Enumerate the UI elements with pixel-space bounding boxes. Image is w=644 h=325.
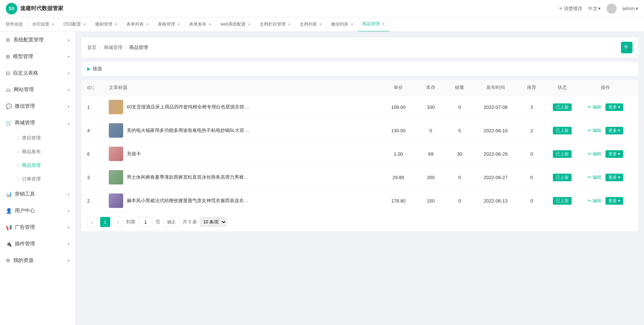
sidebar-item-ad-mgmt[interactable]: 📢 广告管理 ▾ [0,219,75,236]
clear-cache-icon: ≡ [559,6,562,11]
cell-status: 已上架 [546,127,578,134]
sidebar-item-system-config[interactable]: ⚙ 系统配置管理 ▾ [0,32,75,48]
sidebar-item-model-mgmt[interactable]: ⊞ 模型管理 ▾ [0,48,75,65]
breadcrumb-shop[interactable]: 商城管理 [104,44,122,51]
table-icon: ⊟ [6,70,10,76]
sidebar-item-user-center[interactable]: 👤 用户中心 ▾ [0,202,75,219]
tab-oss[interactable]: OSS配置✕ [59,17,91,32]
edit-button[interactable]: ✏ 编辑 [588,128,601,134]
more-button[interactable]: 更多 ▾ [605,197,623,205]
user-icon: 👤 [6,208,12,214]
sidebar-label: 用户中心 [15,208,35,214]
cell-title: 美的电火锅家用多功能多用途电奄电热不粘电炒锅5L大容量加深智能断电DY... [109,123,380,138]
search-button[interactable]: 🔍 [621,42,632,53]
tab-form-publish[interactable]: 表单发布✕ [185,17,216,32]
tab-label: 文档列表 [300,21,317,27]
clear-cache-button[interactable]: ≡ 清楚缓存 [559,5,582,12]
tab-form-list[interactable]: 表单列表✕ [122,17,153,32]
col-id-label: ID [87,85,92,90]
page-1-button[interactable]: 1 [100,217,110,227]
product-thumbnail [109,100,123,114]
tab-close-icon[interactable]: ✕ [209,22,211,26]
product-name: 美的电火锅家用多功能多用途电奄电热不粘电炒锅5L大容量加深智能断电DY... [127,127,249,134]
more-button[interactable]: 更多 ▾ [605,174,623,181]
product-name: 60支贡缎酒店床上用品四件套纯棉全棉专用白色星级宾馆床单被套4 [127,104,249,110]
tab-close-icon[interactable]: ✕ [83,22,86,26]
sidebar-item-order-mgmt[interactable]: 订单管理 [12,172,75,186]
tab-doc-list[interactable]: 文档列表✕ [295,17,327,32]
tab-close-icon[interactable]: ✕ [146,22,149,26]
edit-button[interactable]: ✏ 编辑 [588,198,601,204]
tab-wechat-list[interactable]: 微信列表✕ [327,17,358,32]
edit-button[interactable]: ✏ 编辑 [588,174,601,181]
tab-web-config[interactable]: web系统配置✕ [216,17,255,32]
tab-close-icon[interactable]: ✕ [115,22,117,26]
tab-doc-category[interactable]: 文档栏目管理✕ [255,17,295,32]
tab-product-mgmt[interactable]: 商品管理✕ [358,17,389,32]
lang-arrow-icon: ▾ [598,6,601,11]
tab-close-icon[interactable]: ✕ [350,22,353,26]
sidebar-item-shop-mgmt[interactable]: 🛒 商城管理 ▴ [0,115,75,131]
tab-close-icon[interactable]: ✕ [288,22,291,26]
tab-software-info[interactable]: 软件信息 [1,17,28,32]
cell-recommend: 2 [517,128,546,133]
product-thumbnail [109,147,123,161]
more-button[interactable]: 更多 ▾ [605,103,623,111]
language-button[interactable]: 中文 ▾ [588,5,601,12]
more-button[interactable]: 更多 ▾ [605,127,623,134]
next-page-button[interactable]: › [113,217,123,227]
breadcrumb-home[interactable]: 首页 [87,44,97,51]
user-arrow-icon: ▾ [636,6,638,11]
cell-title: 赫本风小黑裙法式桔梗收腰显瘦气质女神范衣服西装连衣裙子女春秋 [109,193,380,208]
tab-watermark[interactable]: 水印设置✕ [28,17,59,32]
page-input[interactable] [138,217,153,227]
edit-button[interactable]: ✏ 编辑 [588,151,601,157]
sidebar-label: 自定义表格 [13,70,38,76]
sidebar-sub-label: 订单管理 [22,176,41,182]
cell-id: 4 [87,128,109,133]
status-badge: 已上架 [553,197,572,205]
sidebar-item-website-mgmt[interactable]: 🗂 网站管理 ▾ [0,81,75,98]
status-badge: 已上架 [553,103,572,111]
sidebar-item-product-publish[interactable]: 商品发布 [12,145,75,159]
tab-close-icon[interactable]: ✕ [382,22,385,26]
cell-stock: 100 [416,104,445,110]
per-page-select[interactable]: 10 条/页 20 条/页 50 条/页 [200,217,227,227]
sidebar-item-wechat-mgmt[interactable]: 💬 微信管理 ▾ [0,98,75,115]
page-unit-label: 页 [156,219,160,225]
tab-table-mgmt[interactable]: 表格管理✕ [153,17,185,32]
user-menu-button[interactable]: admin ▾ [622,6,638,11]
sidebar-item-product-mgmt[interactable]: 商品管理 [12,159,75,172]
sidebar-item-my-resources[interactable]: ⚙ 我的资源 ▾ [0,252,75,269]
sidebar-item-custom-table[interactable]: ⊟ 自定义表格 ▾ [0,65,75,81]
chevron-down-icon: ▾ [68,209,70,213]
tab-rules[interactable]: 规则管理✕ [91,17,122,32]
header-left: SS 速建时代数据管家 [6,3,63,14]
page-confirm-button[interactable]: 确定 [163,217,180,227]
breadcrumb-sep: / [125,45,127,50]
chevron-down-icon: ▾ [68,192,70,196]
col-sales: 销量 [445,84,474,91]
cell-stock: 200 [416,175,445,180]
sidebar-item-plugin[interactable]: 🔌 插件管理 ▾ [0,236,75,252]
sidebar-label: 我的资源 [13,257,33,264]
more-button[interactable]: 更多 ▾ [605,150,623,158]
filter-toggle-button[interactable]: ▶ 筛选 [87,66,632,72]
tab-close-icon[interactable]: ✕ [52,22,54,26]
sort-icon[interactable]: ▲▼ [92,84,95,91]
sidebar-item-marketing[interactable]: 📊 营销工具 ▾ [0,186,75,202]
cell-sales: 0 [445,175,474,180]
prev-page-button[interactable]: ‹ [87,217,97,227]
cell-recommend: 0 [517,175,546,180]
sidebar-label: 微信管理 [15,103,35,110]
tab-close-icon[interactable]: ✕ [177,22,180,26]
breadcrumb-sep: / [99,45,101,50]
cell-actions: ✏ 编辑 更多 ▾ [578,174,632,181]
filter-label: 筛选 [93,66,102,72]
sidebar-item-category[interactable]: 类目管理 [12,131,75,145]
edit-button[interactable]: ✏ 编辑 [588,104,601,110]
tab-close-icon[interactable]: ✕ [248,22,251,26]
sidebar: ⚙ 系统配置管理 ▾ ⊞ 模型管理 ▾ ⊟ 自定义表格 ▾ 🗂 网站管理 ▾ [0,32,76,325]
cell-publish-time: 2022-06-27 [474,175,517,180]
tab-close-icon[interactable]: ✕ [319,22,322,26]
